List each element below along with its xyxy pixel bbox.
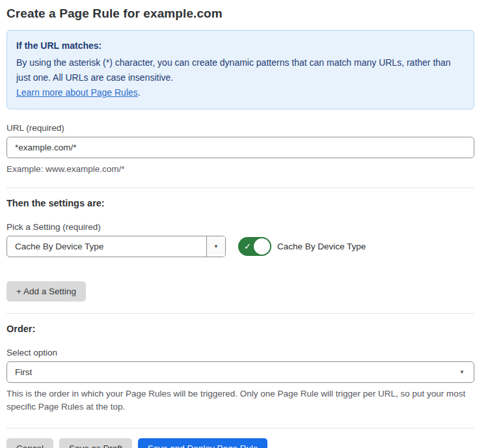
pick-setting-label: Pick a Setting (required) bbox=[7, 222, 474, 232]
url-input[interactable] bbox=[7, 137, 474, 158]
order-select-value: First bbox=[7, 362, 459, 382]
chevron-down-icon: ▼ bbox=[459, 370, 465, 375]
info-box-body: By using the asterisk (*) character, you… bbox=[16, 55, 465, 85]
learn-more-link[interactable]: Learn more about Page Rules bbox=[16, 87, 138, 98]
page-title: Create a Page Rule for example.com bbox=[7, 7, 474, 21]
settings-section-heading: Then the settings are: bbox=[7, 198, 474, 208]
order-select-arrow: ▼ bbox=[459, 362, 474, 382]
save-deploy-button[interactable]: Save and Deploy Page Rule bbox=[138, 438, 268, 448]
toggle-label: Cache By Device Type bbox=[277, 242, 366, 251]
save-draft-button[interactable]: Save as Draft bbox=[59, 438, 132, 448]
link-suffix: . bbox=[138, 87, 141, 98]
order-select[interactable]: First ▼ bbox=[7, 361, 474, 383]
setting-select[interactable]: Cache By Device Type ▼ bbox=[7, 236, 226, 257]
cache-device-toggle[interactable]: ✓ bbox=[238, 237, 271, 256]
info-box-link-line: Learn more about Page Rules. bbox=[16, 85, 465, 100]
setting-row: Cache By Device Type ▼ ✓ Cache By Device… bbox=[7, 236, 474, 257]
setting-select-arrow-button[interactable]: ▼ bbox=[206, 236, 225, 257]
toggle-knob bbox=[254, 238, 270, 255]
check-icon: ✓ bbox=[244, 242, 251, 251]
divider bbox=[7, 428, 474, 428]
info-box-heading: If the URL matches: bbox=[16, 38, 465, 53]
url-field-label: URL (required) bbox=[7, 123, 474, 133]
order-helper-text: This is the order in which your Page Rul… bbox=[7, 387, 474, 413]
cancel-button[interactable]: Cancel bbox=[7, 438, 53, 448]
create-page-rule-form: Create a Page Rule for example.com If th… bbox=[0, 0, 488, 448]
url-match-info-box: If the URL matches: By using the asteris… bbox=[7, 30, 474, 109]
url-example-helper: Example: www.example.com/* bbox=[7, 163, 474, 176]
divider bbox=[7, 188, 474, 188]
footer-actions: Cancel Save as Draft Save and Deploy Pag… bbox=[7, 438, 474, 448]
chevron-down-icon: ▼ bbox=[213, 244, 219, 249]
add-setting-button[interactable]: + Add a Setting bbox=[7, 281, 86, 301]
setting-select-value: Cache By Device Type bbox=[7, 236, 206, 257]
order-section-heading: Order: bbox=[7, 324, 474, 334]
divider bbox=[7, 313, 474, 314]
order-select-label: Select option bbox=[7, 348, 474, 357]
